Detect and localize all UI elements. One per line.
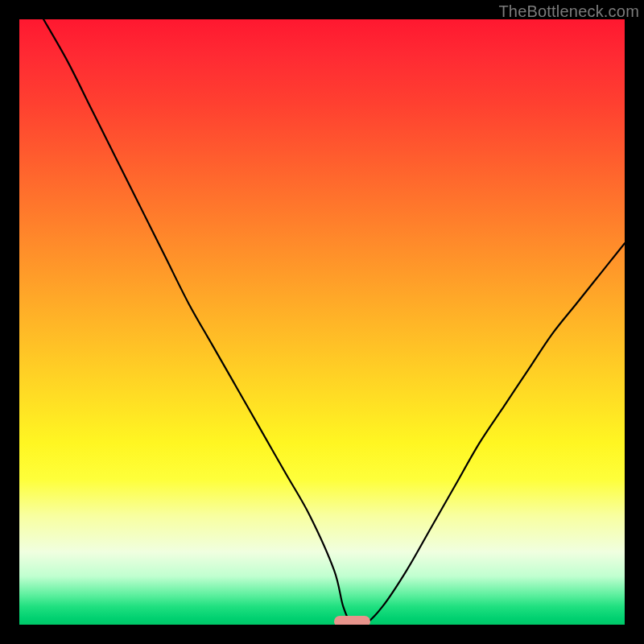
watermark-text: TheBottleneck.com — [498, 2, 639, 21]
valley-marker — [334, 616, 370, 625]
bottleneck-curve — [19, 19, 625, 625]
chart-frame: TheBottleneck.com — [0, 0, 644, 644]
plot-area — [19, 19, 625, 625]
